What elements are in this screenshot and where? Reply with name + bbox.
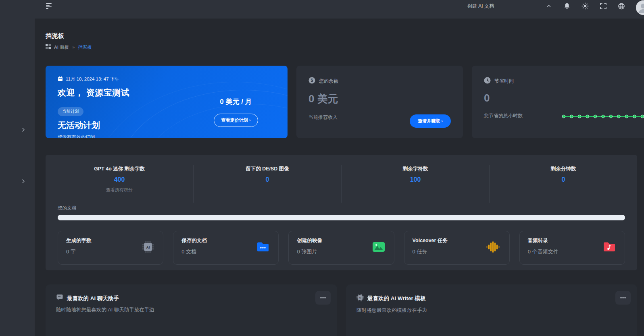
breadcrumb-separator: » [72,45,75,50]
svg-text:AI: AI [359,297,361,299]
main-content: 挡泥板 AI 面板 » 挡泥板 [35,19,644,336]
user-avatar[interactable] [636,0,644,15]
chevron-right-icon[interactable] [20,178,27,185]
brightness-icon[interactable] [581,2,589,10]
clock-icon [484,77,491,85]
credit-label: 剩余分钟数 [494,166,633,172]
favorites-row: 最喜欢的 AI 聊天助手 随时随地将您最喜欢的 AI 聊天助手放在手边 [46,284,644,336]
menu-toggle-icon[interactable] [46,3,53,11]
breadcrumb-current[interactable]: 挡泥板 [78,44,92,50]
view-pricing-button[interactable]: 查看定价计划 › [214,114,258,127]
time-saved-card: 节省时间 0 您节省的总小时数 [472,66,644,138]
favorite-title: 最喜欢的 AI 聊天助手 [67,295,119,302]
fullscreen-icon[interactable] [600,2,607,10]
favorite-title: 最喜欢的 AI Writer 模板 [367,295,426,302]
credit-value: 0 [198,176,337,183]
credit-stat: GPT 4o 迷你 剩余字数 400 查看所有积分 [46,165,194,203]
credit-value: 0 [494,176,633,183]
usage-row: 生成的字数 0 字 AI [58,231,625,265]
time-saved-value: 0 [484,92,644,104]
favorite-subtitle: 随时将您最喜欢的模板放在手边 [356,307,627,314]
welcome-greeting: 欢迎， 资源宝测试 [58,87,275,98]
dollar-circle-icon: $ [308,77,315,85]
usage-card: 生成的字数 0 字 AI [58,231,163,265]
time-saved-label: 节省时间 [494,78,514,85]
documents-progress-fill [58,215,625,220]
view-all-credits-link[interactable]: 查看所有积分 [50,187,189,193]
credit-label: 剩余字符数 [346,166,485,172]
usage-value: 0 字 [66,248,155,255]
page-title: 挡泥板 [46,32,644,40]
invite-earn-button[interactable]: 邀请并赚取 › [410,114,451,128]
collapsed-sidebar [0,0,35,336]
usage-card: 音频转录 0 个音频文件 [519,231,625,265]
create-ai-doc-button[interactable]: 创建 AI 文档 [467,3,494,10]
summary-row: 11月 10, 2024 13: 47 下午 欢迎， 资源宝测试 当前计划 无活… [46,66,644,138]
favorite-card: 最喜欢的 AI 聊天助手 随时随地将您最喜欢的 AI 聊天助手放在手边 [46,284,337,336]
welcome-card: 11月 10, 2024 13: 47 下午 欢迎， 资源宝测试 当前计划 无活… [46,66,288,138]
chat-bubble-icon [56,294,63,303]
documents-label: 您的文档 [58,205,637,211]
ai-chip-icon: AI [142,241,154,255]
audio-folder-icon [603,242,616,254]
usage-card: Voiceover 任务 0 任务 [404,231,510,265]
current-plan-badge: 当前计划 [58,107,83,116]
time-saved-sparkline [562,112,644,122]
calendar-icon [58,76,63,82]
ellipsis-icon [620,297,626,299]
documents-progress-bar [58,215,625,220]
credit-stat: 留下的 DE/SD 图像 0 [194,165,342,203]
credit-value: 100 [346,176,485,183]
ai-chip-icon: AI [356,294,364,303]
credit-stat: 剩余字符数 100 [342,165,490,203]
plan-note: 您没有有效的订阅 [58,134,275,138]
grid-icon [46,44,51,51]
waveform-icon [486,241,500,255]
dashboard-app: 创建 AI 文档 [0,0,644,336]
chevron-right-icon[interactable] [20,127,27,133]
breadcrumb: AI 面板 » 挡泥板 [46,44,644,51]
usage-title: 生成的字数 [66,237,155,244]
credit-stat: 剩余分钟数 0 [490,165,637,203]
credit-label: 留下的 DE/SD 图像 [198,166,337,172]
balance-amount: 0 美元 [308,92,451,106]
bell-icon[interactable] [563,2,571,10]
usage-card: 保存的文档 0 文档 [173,231,279,265]
date-text: 11月 10, 2024 13: 47 下午 [66,76,119,82]
svg-text:AI: AI [146,245,150,249]
more-options-button[interactable] [615,291,631,305]
date-line: 11月 10, 2024 13: 47 下午 [58,76,275,82]
more-options-button[interactable] [315,291,331,305]
topbar: 创建 AI 文档 [0,0,644,19]
favorite-subtitle: 随时随地将您最喜欢的 AI 聊天助手放在手边 [56,307,327,313]
credit-label: GPT 4o 迷你 剩余字数 [50,166,189,172]
image-icon [372,242,385,254]
chevron-up-icon[interactable] [545,2,552,10]
ellipsis-icon [320,297,326,299]
plan-price: 0 美元 / 月 [220,97,252,106]
usage-card: 创建的映像 0 张图片 [288,231,394,265]
folder-icon [256,242,269,254]
svg-text:$: $ [311,78,313,83]
balance-label: 您的余额 [319,78,338,85]
favorite-card: AI 最喜欢的 AI Writer 模板 随时将您最喜欢的模板放在手边 [346,284,637,336]
credit-value: 400 [50,176,189,183]
credits-panel: GPT 4o 迷你 剩余字数 400 查看所有积分 留下的 DE/SD 图像 0… [46,155,637,270]
globe-icon[interactable] [618,2,625,10]
balance-card: $ 您的余额 0 美元 当前推荐收入 邀请并赚取 › [296,66,463,138]
breadcrumb-section[interactable]: AI 面板 [54,44,69,50]
